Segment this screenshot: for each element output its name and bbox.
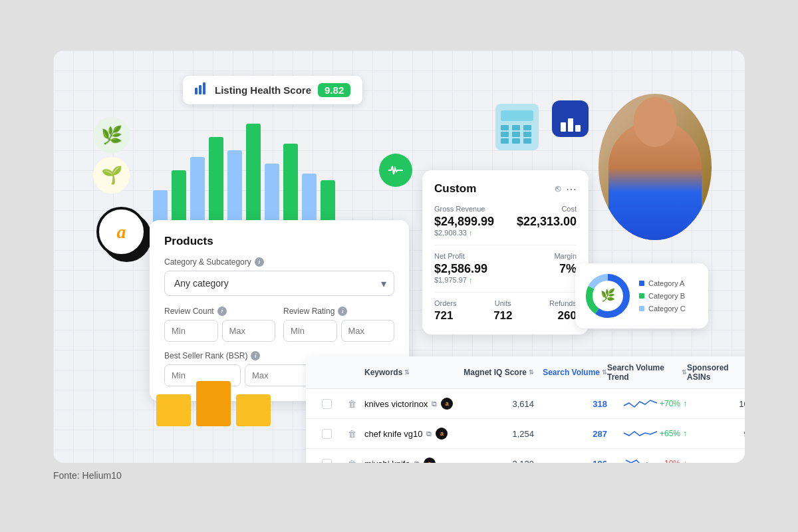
- category-info-icon[interactable]: i: [255, 257, 264, 267]
- bar-chart-area: [146, 104, 372, 237]
- svg-rect-0: [195, 88, 198, 94]
- review-count-row: Review Count i Review Rating i: [164, 307, 394, 342]
- custom-panel-actions: ⎋ ⋯: [555, 183, 577, 196]
- person-photo: [598, 94, 712, 240]
- yellow-box-3: [236, 394, 271, 426]
- keyword-sort-icon[interactable]: ⇅: [404, 369, 410, 376]
- row3-external-link-icon[interactable]: ⧉: [414, 460, 420, 464]
- row2-search-volume: 287: [534, 429, 607, 439]
- table-row: 🗑 miyabi knife ⧉ a 3,129 196 -19% ↓ 74: [306, 449, 745, 463]
- row2-checkbox-cell: [314, 429, 339, 439]
- keywords-table: Keywords ⇅ Magnet IQ Score ⇅ Search Volu…: [306, 356, 745, 463]
- row3-keyword: miyabi knife: [364, 459, 410, 464]
- review-count-info-icon[interactable]: i: [217, 307, 227, 316]
- row1-delete-icon[interactable]: 🗑: [339, 399, 364, 409]
- row1-magnet-score: 3,614: [461, 399, 534, 409]
- yellow-boxes: [156, 381, 271, 426]
- brand-chart-icon: [552, 100, 589, 137]
- th-sponsored-asins: Sponsored ASINs ⇅: [687, 363, 745, 382]
- margin-metric: Margin 7%: [554, 252, 577, 284]
- row1-external-link-icon[interactable]: ⧉: [432, 400, 437, 408]
- more-options-icon[interactable]: ⋯: [566, 183, 577, 196]
- row1-search-volume: 318: [534, 399, 607, 409]
- products-panel-title: Products: [164, 235, 394, 248]
- divider-1: [434, 245, 577, 245]
- legend-item-2: Category B: [639, 292, 686, 300]
- calc-buttons: [501, 125, 533, 144]
- refunds-label: Refunds: [549, 299, 577, 307]
- search-vol-sort-icon[interactable]: ⇅: [602, 369, 607, 376]
- row1-keyword: knives victorinox: [364, 399, 428, 409]
- external-link-icon[interactable]: ⎋: [555, 183, 561, 196]
- row1-amazon-badge[interactable]: a: [441, 398, 453, 410]
- health-score-label: Listing Health Score: [215, 84, 311, 96]
- row2-external-link-icon[interactable]: ⧉: [426, 430, 432, 438]
- bsr-info-icon[interactable]: i: [251, 351, 260, 360]
- chart-bar-2: [568, 118, 573, 132]
- review-rating-label: Review Rating i: [283, 307, 394, 316]
- row2-keyword-cell: chef knife vg10 ⧉ a: [364, 428, 461, 440]
- legend-label-2: Category B: [648, 292, 685, 300]
- net-profit-value: $2,586.99: [434, 262, 487, 276]
- review-rating-info-icon[interactable]: i: [338, 307, 347, 316]
- yellow-box-2: [196, 381, 231, 426]
- orders-label: Orders: [434, 299, 457, 307]
- donut-chart: 🌿: [585, 273, 631, 319]
- row2-amazon-badge[interactable]: a: [436, 428, 448, 440]
- row2-trend-cell: +65% ↑: [607, 426, 687, 441]
- legend-label-1: Category A: [648, 279, 684, 287]
- orders-row: Orders 721 Units 712 Refunds 260: [434, 299, 577, 323]
- th-search-vol-trend: Search Volume Trend ⇅: [607, 363, 687, 382]
- review-rating-max-input[interactable]: [341, 320, 395, 342]
- bar-chart-icon: [195, 82, 208, 98]
- table-row: 🗑 chef knife vg10 ⧉ a 1,254 287 +65% ↑ 9…: [306, 419, 745, 449]
- amazon-logo-text: a: [117, 221, 126, 243]
- row1-sponsored: 107: [687, 399, 745, 409]
- amazon-magnifier: a: [96, 207, 146, 257]
- review-count-max-input[interactable]: [222, 320, 276, 342]
- row2-checkbox[interactable]: [322, 429, 332, 439]
- table-row: 🗑 knives victorinox ⧉ a 3,614 318 +70% ↑…: [306, 389, 745, 419]
- row2-magnet-score: 1,254: [461, 429, 534, 439]
- net-profit-change: $1,975.97 ↑: [434, 276, 487, 284]
- row1-trend-cell: +70% ↑: [607, 396, 687, 411]
- net-profit-metric: Net Profit $2,586.99 $1,975.97 ↑: [434, 252, 487, 284]
- row2-delete-icon[interactable]: 🗑: [339, 429, 364, 439]
- profit-up-arrow: ↑: [469, 276, 473, 284]
- gross-revenue-value: $24,899.99: [434, 215, 494, 229]
- units-value: 712: [493, 309, 512, 323]
- main-card: Listing Health Score 9.82 🌿 🌱: [53, 51, 745, 463]
- custom-panel: Custom ⎋ ⋯ Gross Revenue $24,899.99 $2,9…: [422, 170, 589, 334]
- gross-revenue-metric: Gross Revenue $24,899.99 $2,908.33 ↑: [434, 205, 494, 237]
- units-label: Units: [493, 299, 512, 307]
- review-rating-group: Review Rating i: [283, 307, 394, 342]
- net-profit-label: Net Profit: [434, 252, 487, 260]
- row3-magnet-score: 3,129: [461, 459, 534, 464]
- row3-checkbox[interactable]: [322, 459, 332, 464]
- cost-value: $22,313.00: [517, 215, 577, 229]
- trend-sort-icon[interactable]: ⇅: [682, 369, 687, 376]
- review-rating-min-input[interactable]: [283, 320, 337, 342]
- chart-bar: [246, 124, 261, 230]
- row2-sponsored: 95: [687, 429, 745, 439]
- health-score-badge: Listing Health Score 9.82: [183, 76, 362, 104]
- revenue-up-arrow: ↑: [469, 229, 473, 237]
- source-text-wrapper: Fonte: Helium10: [53, 469, 745, 481]
- plant-icon-2: 🌱: [93, 157, 130, 194]
- th-magnet-score: Magnet IQ Score ⇅: [461, 363, 534, 382]
- orders-value: 721: [434, 309, 457, 323]
- row3-delete-icon[interactable]: 🗑: [339, 459, 364, 464]
- row1-checkbox[interactable]: [322, 399, 332, 409]
- review-count-group: Review Count i: [164, 307, 275, 342]
- refunds-value: 260: [549, 309, 577, 323]
- magnet-sort-icon[interactable]: ⇅: [529, 369, 534, 376]
- refunds-metric: Refunds 260: [549, 299, 577, 323]
- health-score-value: 9.82: [318, 83, 350, 97]
- row3-amazon-badge[interactable]: a: [424, 458, 436, 463]
- review-count-min-input[interactable]: [164, 320, 218, 342]
- gross-revenue-label: Gross Revenue: [434, 205, 494, 213]
- custom-panel-header: Custom ⎋ ⋯: [434, 182, 577, 196]
- cost-metric: Cost $22,313.00: [517, 205, 577, 237]
- chart-bar: [283, 144, 298, 230]
- category-select[interactable]: Any category: [164, 271, 394, 296]
